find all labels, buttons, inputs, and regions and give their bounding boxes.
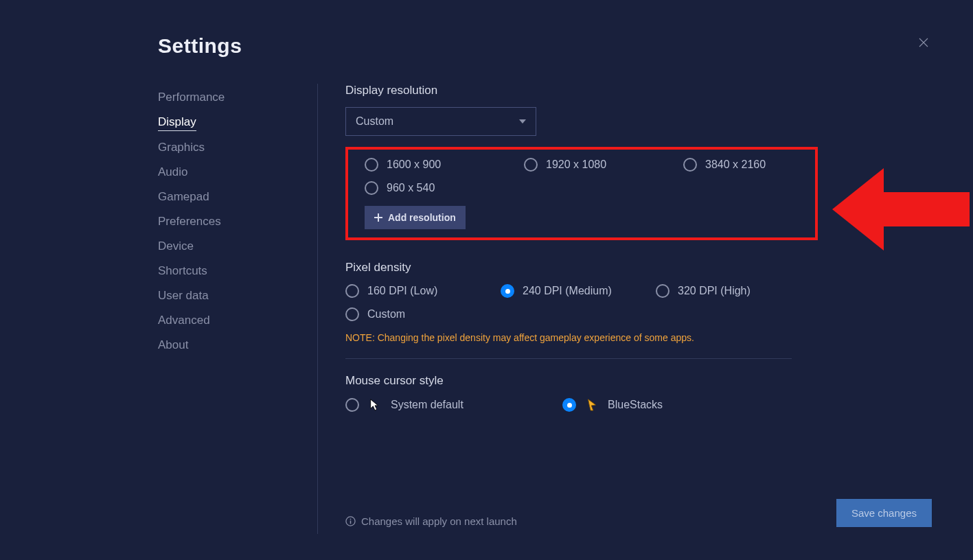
density-option-160[interactable]: 160 DPI (Low) — [345, 284, 501, 298]
chevron-down-icon — [519, 119, 526, 124]
footer-info-text: Changes will apply on next launch — [361, 515, 517, 527]
density-section-title: Pixel density — [345, 261, 932, 275]
radio-label: 1920 x 1080 — [546, 159, 606, 171]
system-cursor-icon — [367, 397, 382, 412]
sidebar-item-performance[interactable]: Performance — [158, 85, 225, 110]
section-divider — [345, 358, 792, 359]
resolution-select-value: Custom — [356, 115, 393, 128]
add-resolution-button[interactable]: Add resolution — [365, 206, 466, 229]
sidebar-item-preferences[interactable]: Preferences — [158, 209, 221, 234]
sidebar-item-label: Graphics — [158, 141, 205, 154]
radio-icon — [345, 284, 359, 298]
svg-rect-3 — [350, 519, 352, 520]
radio-icon — [683, 158, 697, 172]
radio-label: 3840 x 2160 — [705, 159, 766, 171]
radio-icon — [345, 398, 359, 412]
radio-label: 160 DPI (Low) — [367, 285, 437, 297]
radio-icon — [365, 181, 378, 195]
plus-icon — [374, 213, 382, 222]
sidebar-item-label: User data — [158, 289, 209, 302]
settings-content: Display resolution Custom 1600 x 900 192… — [318, 84, 932, 534]
radio-label: 1600 x 900 — [387, 159, 441, 171]
sidebar-item-user-data[interactable]: User data — [158, 283, 209, 308]
density-note: NOTE: Changing the pixel density may aff… — [345, 332, 932, 343]
resolution-option-1920x1080[interactable]: 1920 x 1080 — [524, 158, 683, 172]
radio-label: 240 DPI (Medium) — [523, 285, 612, 297]
radio-label: Custom — [367, 308, 405, 320]
settings-footer: Changes will apply on next launch Save c… — [318, 515, 932, 527]
radio-icon — [656, 284, 669, 298]
add-resolution-label: Add resolution — [388, 212, 456, 223]
resolution-select[interactable]: Custom — [345, 107, 536, 136]
cursor-section-title: Mouse cursor style — [345, 374, 932, 388]
svg-marker-0 — [832, 168, 970, 250]
density-option-custom[interactable]: Custom — [345, 307, 501, 321]
resolution-section-title: Display resolution — [345, 84, 932, 97]
cursor-option-bluestacks[interactable]: BlueStacks — [562, 397, 779, 412]
sidebar-item-graphics[interactable]: Graphics — [158, 135, 205, 160]
page-title: Settings — [158, 34, 932, 58]
radio-icon — [345, 307, 359, 321]
radio-icon — [501, 284, 514, 298]
bluestacks-cursor-icon — [584, 397, 599, 412]
density-option-240[interactable]: 240 DPI (Medium) — [501, 284, 656, 298]
sidebar-item-label: Device — [158, 240, 194, 253]
save-button-label: Save changes — [851, 507, 917, 519]
density-option-320[interactable]: 320 DPI (High) — [656, 284, 811, 298]
sidebar-item-advanced[interactable]: Advanced — [158, 308, 210, 333]
radio-icon — [524, 158, 538, 172]
density-radio-group: 160 DPI (Low) 240 DPI (Medium) 320 DPI (… — [345, 284, 932, 321]
sidebar-item-label: Audio — [158, 165, 187, 178]
sidebar-item-device[interactable]: Device — [158, 234, 194, 259]
resolution-radio-group: 1600 x 900 1920 x 1080 3840 x 2160 960 x… — [365, 158, 799, 195]
radio-label: System default — [391, 399, 463, 411]
sidebar-item-label: Display — [158, 115, 196, 128]
info-icon — [345, 516, 356, 526]
cursor-section: Mouse cursor style System default — [345, 374, 932, 412]
radio-label: 960 x 540 — [387, 182, 435, 194]
resolution-options-highlight: 1600 x 900 1920 x 1080 3840 x 2160 960 x… — [345, 147, 818, 240]
settings-sidebar: Performance Display Graphics Audio Gamep… — [158, 84, 318, 534]
settings-body: Performance Display Graphics Audio Gamep… — [158, 84, 932, 534]
cursor-radio-group: System default BlueStacks — [345, 397, 932, 412]
sidebar-item-about[interactable]: About — [158, 333, 188, 358]
sidebar-item-label: Advanced — [158, 314, 210, 327]
annotation-arrow-icon — [832, 165, 970, 254]
radio-label: 320 DPI (High) — [678, 285, 751, 297]
cursor-option-system[interactable]: System default — [345, 397, 562, 412]
settings-dialog: Settings Performance Display Graphics Au… — [0, 0, 973, 560]
radio-icon — [562, 398, 576, 412]
save-changes-button[interactable]: Save changes — [836, 499, 932, 527]
svg-rect-2 — [350, 521, 352, 524]
sidebar-item-label: Shortcuts — [158, 264, 207, 277]
sidebar-item-audio[interactable]: Audio — [158, 160, 187, 185]
close-button[interactable] — [914, 33, 933, 52]
sidebar-item-shortcuts[interactable]: Shortcuts — [158, 259, 207, 283]
sidebar-item-label: Gamepad — [158, 190, 209, 203]
sidebar-item-label: About — [158, 338, 188, 351]
radio-label: BlueStacks — [608, 399, 663, 411]
resolution-option-1600x900[interactable]: 1600 x 900 — [365, 158, 524, 172]
pixel-density-section: Pixel density 160 DPI (Low) 240 DPI (Med… — [345, 261, 932, 343]
sidebar-item-display[interactable]: Display — [158, 110, 196, 131]
resolution-option-960x540[interactable]: 960 x 540 — [365, 181, 524, 195]
radio-icon — [365, 158, 378, 172]
sidebar-item-label: Preferences — [158, 215, 221, 228]
resolution-option-3840x2160[interactable]: 3840 x 2160 — [683, 158, 834, 172]
sidebar-item-label: Performance — [158, 91, 225, 104]
sidebar-item-gamepad[interactable]: Gamepad — [158, 185, 209, 209]
